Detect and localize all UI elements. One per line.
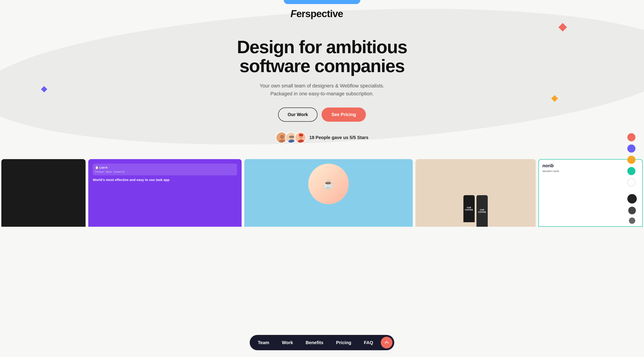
hero-title: Design for ambitious software companies [232, 38, 412, 76]
svg-marker-1 [558, 23, 567, 32]
preview-card-coffee: CUBCOFFEE CUBCOFFEE [416, 159, 536, 227]
preview-card-listit: 📋 List-it Premium · About · Contact Us W… [88, 159, 242, 227]
see-pricing-button[interactable]: See Pricing [322, 108, 366, 122]
preview-card-center: ☕ [244, 159, 413, 227]
hero-buttons: Our Work See Pricing [4, 108, 640, 122]
our-work-button[interactable]: Our Work [278, 108, 318, 122]
color-palette [627, 133, 637, 224]
svg-point-16 [299, 134, 303, 136]
palette-black-sm[interactable] [629, 217, 635, 224]
svg-text:Ferspective: Ferspective [290, 8, 343, 19]
hero-section: Design for ambitious software companies … [0, 24, 644, 152]
logo: Ferspective [290, 7, 354, 22]
svg-point-5 [280, 135, 284, 139]
social-proof: 18 People gave us 5/5 Stars [4, 132, 640, 143]
logo-svg: Ferspective [290, 7, 354, 20]
social-proof-text: 18 People gave us 5/5 Stars [310, 135, 368, 140]
nav-faq[interactable]: FAQ [358, 335, 380, 350]
nav-team[interactable]: Team [252, 335, 276, 350]
arrow-up-icon [384, 340, 389, 345]
avatar-3 [294, 132, 306, 143]
palette-orange[interactable] [627, 156, 636, 164]
bottom-nav: Team Work Benefits Pricing FAQ [250, 335, 394, 350]
svg-marker-2 [41, 86, 47, 92]
hero-subtitle-line2: Packaged in one easy-to-manage subscript… [270, 91, 374, 97]
palette-purple[interactable] [627, 144, 636, 153]
palette-red[interactable] [627, 133, 636, 141]
preview-card-norib: norib SECURITY SUITE [538, 159, 643, 227]
palette-black-md[interactable] [628, 207, 636, 214]
avatar-group [276, 132, 306, 143]
hero-subtitle: Your own small team of designers & Webfl… [4, 82, 640, 98]
nav-pricing[interactable]: Pricing [330, 335, 358, 350]
nav-benefits[interactable]: Benefits [299, 335, 330, 350]
palette-white[interactable] [627, 178, 636, 186]
blue-pill-decoration [284, 0, 360, 4]
scroll-up-button[interactable] [381, 337, 392, 348]
preview-card-dark [1, 159, 86, 227]
diamond-blue [40, 86, 48, 93]
palette-teal[interactable] [627, 167, 636, 175]
palette-black-lg[interactable] [627, 194, 637, 203]
nav-work[interactable]: Work [276, 335, 300, 350]
svg-marker-3 [551, 95, 558, 102]
diamond-yellow [551, 95, 558, 102]
preview-section: 📋 List-it Premium · About · Contact Us W… [0, 159, 644, 227]
hero-subtitle-line1: Your own small team of designers & Webfl… [260, 83, 384, 89]
